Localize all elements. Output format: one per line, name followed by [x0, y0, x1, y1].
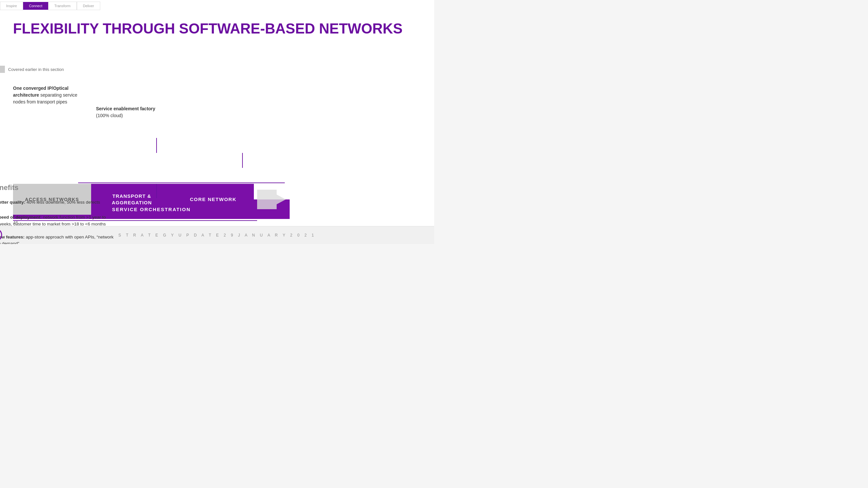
benefit-item-quality: • Better quality: 40% less downtime, 50%…: [0, 199, 114, 207]
horizontal-line-top: [78, 183, 285, 183]
benefit-text-quality: Better quality: 40% less downtime, 50% l…: [0, 199, 100, 206]
benefits-panel: Benefits • Better quality: 40% less down…: [0, 184, 114, 244]
quality-text: 40% less downtime, 50% less defects: [25, 200, 100, 205]
benefit-item-features: • New features: app-store approach with …: [0, 234, 114, 244]
arrow-icon: [257, 188, 286, 211]
quality-bold: Better quality:: [0, 200, 25, 205]
footer-text: S T R A T E G Y U P D A T E 2 9 J A N U …: [119, 233, 316, 237]
nav-deliver[interactable]: Deliver: [77, 2, 100, 10]
company-logo: [0, 228, 2, 242]
top-navigation: Inspire Connect Transform Deliver: [0, 0, 434, 12]
svg-marker-0: [257, 190, 286, 209]
benefits-title: Benefits: [0, 184, 114, 192]
vertical-line-left: [156, 138, 157, 153]
vertical-line-right: [242, 153, 243, 168]
logo-icon: [0, 228, 2, 242]
legend-color-box: [0, 66, 5, 73]
benefit-text-features: New features: app-store approach with op…: [0, 234, 114, 244]
legend-covered: Covered earlier in this section: [0, 66, 425, 73]
arch-description: One converged IP/Optical architecture se…: [13, 85, 85, 105]
legend-label: Covered earlier in this section: [8, 67, 64, 72]
vline-bottom-left: [156, 184, 157, 198]
page-title: FLEXIBILITY THROUGH SOFTWARE-BASED NETWO…: [13, 21, 434, 36]
page-number: 46: [13, 220, 434, 225]
service-bold-text: Service enablement factory: [96, 106, 155, 111]
nav-inspire[interactable]: Inspire: [0, 2, 23, 10]
service-rest-text: (100% cloud): [96, 113, 123, 118]
transport-label: TRANSPORT &AGGREGATION: [112, 193, 152, 206]
nav-connect[interactable]: Connect: [23, 2, 48, 10]
speed-bold: Speed of deployment:: [0, 215, 42, 220]
svg-point-1: [0, 229, 2, 241]
features-bold: New features:: [0, 234, 25, 239]
diagram-arrow: [254, 184, 290, 215]
service-description: Service enablement factory (100% cloud): [96, 105, 167, 119]
nav-transform[interactable]: Transform: [48, 2, 77, 10]
